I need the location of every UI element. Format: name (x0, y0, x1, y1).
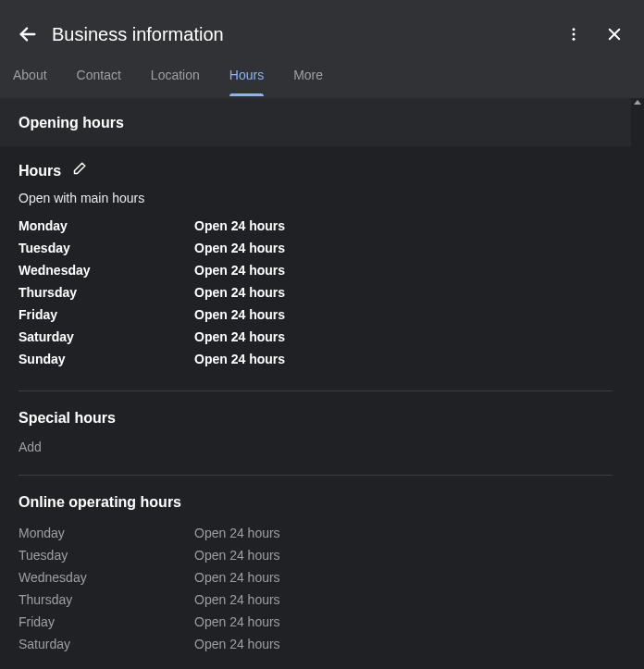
header-top: Business information (0, 0, 644, 52)
online-hours-block: Online operating hours MondayOpen 24 hou… (0, 479, 631, 669)
hours-value: Open 24 hours (194, 329, 613, 344)
tab-contact[interactable]: Contact (77, 54, 121, 96)
tab-hours[interactable]: Hours (229, 54, 264, 96)
page-title: Business information (52, 24, 224, 45)
day-label: Wednesday (19, 570, 194, 585)
day-label: Saturday (19, 637, 194, 651)
hours-row: MondayOpen 24 hours (19, 522, 613, 544)
day-label: Thursday (19, 285, 194, 300)
tabs: About Contact Location Hours More (0, 52, 644, 98)
tab-location[interactable]: Location (151, 54, 200, 96)
pencil-icon[interactable] (70, 161, 87, 181)
hours-row: ThursdayOpen 24 hours (19, 588, 613, 611)
hours-row: MondayOpen 24 hours (19, 215, 613, 237)
header-actions (563, 23, 625, 45)
hours-list: MondayOpen 24 hours TuesdayOpen 24 hours… (19, 215, 613, 370)
day-label: Monday (19, 526, 194, 540)
scroll-up-icon[interactable] (634, 100, 641, 105)
divider (19, 390, 613, 391)
hours-value: Open 24 hours (194, 218, 613, 233)
hours-row: FridayOpen 24 hours (19, 611, 613, 633)
day-label: Tuesday (19, 241, 194, 255)
day-label: Friday (19, 614, 194, 629)
hours-row: WednesdayOpen 24 hours (19, 566, 613, 588)
content-scroll[interactable]: Opening hours Hours Open with main hours… (0, 98, 644, 669)
hours-row: SaturdayOpen 24 hours (19, 633, 613, 655)
hours-title: Hours (19, 163, 61, 180)
hours-row: WednesdayOpen 24 hours (19, 259, 613, 281)
hours-value: Open 24 hours (194, 352, 613, 366)
hours-row: SundayOpen 24 hours (19, 348, 613, 370)
svg-point-2 (573, 33, 576, 36)
tab-about[interactable]: About (13, 54, 47, 96)
hours-value: Open 24 hours (194, 614, 613, 629)
day-label: Wednesday (19, 263, 194, 278)
add-special-hours-link[interactable]: Add (19, 440, 613, 454)
svg-point-1 (573, 28, 576, 31)
hours-row: ThursdayOpen 24 hours (19, 281, 613, 304)
day-label: Tuesday (19, 548, 194, 563)
day-label: Sunday (19, 352, 194, 366)
hours-value: Open 24 hours (194, 241, 613, 255)
header: Business information About Contact Locat… (0, 0, 644, 98)
hours-row: TuesdayOpen 24 hours (19, 544, 613, 566)
hours-subtitle: Open with main hours (19, 191, 613, 205)
close-icon[interactable] (603, 23, 625, 45)
hours-row: TuesdayOpen 24 hours (19, 237, 613, 259)
hours-value: Open 24 hours (194, 526, 613, 540)
hours-value: Open 24 hours (194, 263, 613, 278)
hours-value: Open 24 hours (194, 592, 613, 607)
day-label: Friday (19, 307, 194, 322)
day-label: Monday (19, 218, 194, 233)
hours-value: Open 24 hours (194, 548, 613, 563)
special-hours-block: Special hours Add (0, 395, 631, 471)
back-arrow-icon[interactable] (17, 23, 39, 45)
hours-value: Open 24 hours (194, 307, 613, 322)
svg-point-3 (573, 38, 576, 41)
hours-value: Open 24 hours (194, 285, 613, 300)
opening-hours-title: Opening hours (19, 115, 613, 131)
hours-row: SaturdayOpen 24 hours (19, 326, 613, 348)
online-hours-title: Online operating hours (19, 494, 613, 511)
tab-more[interactable]: More (293, 54, 323, 96)
hours-title-row: Hours (19, 161, 613, 181)
hours-block: Hours Open with main hours MondayOpen 24… (0, 146, 631, 387)
day-label: Saturday (19, 329, 194, 344)
opening-hours-header: Opening hours (0, 98, 631, 146)
hours-value: Open 24 hours (194, 570, 613, 585)
hours-row: FridayOpen 24 hours (19, 304, 613, 326)
hours-value: Open 24 hours (194, 637, 613, 651)
divider (19, 475, 613, 476)
special-hours-title: Special hours (19, 410, 613, 427)
more-vert-icon[interactable] (563, 23, 585, 45)
day-label: Thursday (19, 592, 194, 607)
online-hours-list: MondayOpen 24 hours TuesdayOpen 24 hours… (19, 522, 613, 655)
